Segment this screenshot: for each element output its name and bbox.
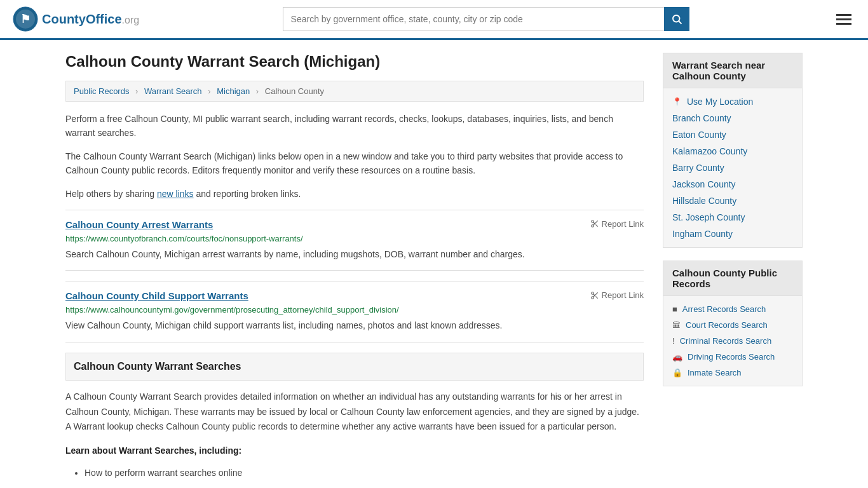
header: ⚑ CountyOffice.org (0, 0, 868, 40)
section-heading: Calhoun County Warrant Searches (74, 361, 635, 372)
nearby-county-link-7[interactable]: Ingham County (672, 229, 733, 239)
menu-bar-2 (836, 18, 851, 20)
menu-bar-1 (836, 14, 851, 16)
nearby-county-link-6[interactable]: St. Joseph County (672, 212, 745, 222)
report-link-0[interactable]: Report Link (590, 219, 644, 229)
record-header-0: Calhoun County Arrest Warrants Report Li… (65, 219, 644, 230)
intro-para-2: The Calhoun County Warrant Search (Michi… (65, 149, 644, 178)
nearby-county-4[interactable]: Jackson County (663, 176, 802, 193)
pub-record-1[interactable]: 🏛 Court Records Search (663, 317, 802, 333)
nearby-county-link-5[interactable]: Hillsdale County (672, 196, 736, 206)
nearby-county-6[interactable]: St. Joseph County (663, 209, 802, 226)
nearby-county-link-4[interactable]: Jackson County (672, 179, 736, 189)
new-links-link[interactable]: new links (157, 189, 194, 199)
nearby-county-3[interactable]: Barry County (663, 159, 802, 176)
nearby-county-2[interactable]: Kalamazoo County (663, 143, 802, 159)
court-records-link[interactable]: Court Records Search (686, 320, 768, 330)
criminal-records-link[interactable]: Criminal Records Search (680, 336, 772, 346)
inmate-search-link[interactable]: Inmate Search (688, 368, 742, 377)
criminal-records-icon: ! (672, 336, 675, 346)
intro-para-3: Help others by sharing new links and rep… (65, 187, 644, 201)
public-records-list: ■ Arrest Records Search 🏛 Court Records … (663, 296, 802, 386)
pub-record-2[interactable]: ! Criminal Records Search (663, 333, 802, 349)
svg-point-11 (591, 297, 593, 299)
use-location-item[interactable]: 📍 Use My Location (663, 93, 802, 110)
scissors-icon-1 (590, 291, 599, 300)
svg-point-3 (673, 15, 680, 22)
svg-text:⚑: ⚑ (20, 13, 31, 25)
section-body: A Calhoun County Warrant Search provides… (65, 390, 644, 435)
driving-records-icon: 🚗 (672, 352, 682, 362)
hamburger-menu-button[interactable] (832, 10, 855, 29)
logo-icon: ⚑ (13, 6, 38, 32)
scissors-icon-0 (590, 219, 599, 228)
record-url-0: https://www.countyofbranch.com/courts/fo… (65, 234, 644, 243)
svg-point-5 (591, 220, 593, 223)
public-records-title: Calhoun County Public Records (663, 261, 802, 296)
logo-text: CountyOffice.org (42, 12, 139, 27)
search-button[interactable] (664, 7, 689, 31)
nearby-county-0[interactable]: Branch County (663, 110, 802, 126)
record-desc-0: Search Calhoun County, Michigan arrest w… (65, 247, 644, 261)
page-title: Calhoun County Warrant Search (Michigan) (65, 53, 644, 71)
learn-heading: Learn about Warrant Searches, including: (65, 444, 644, 459)
breadcrumb-warrant-search[interactable]: Warrant Search (144, 86, 202, 96)
driving-records-link[interactable]: Driving Records Search (688, 352, 775, 362)
nearby-county-7[interactable]: Ingham County (663, 226, 802, 242)
main-container: Calhoun County Warrant Search (Michigan)… (53, 40, 815, 488)
svg-line-9 (593, 222, 594, 224)
content-area: Calhoun County Warrant Search (Michigan)… (65, 53, 644, 480)
svg-line-13 (595, 296, 597, 298)
use-location-link[interactable]: Use My Location (687, 97, 753, 107)
report-link-1[interactable]: Report Link (590, 290, 644, 300)
section-heading-box: Calhoun County Warrant Searches (65, 353, 644, 381)
svg-point-10 (591, 292, 593, 295)
pub-record-4[interactable]: 🔒 Inmate Search (663, 365, 802, 381)
nearby-box: Warrant Search near Calhoun County 📍 Use… (663, 53, 803, 248)
breadcrumb-michigan[interactable]: Michigan (217, 86, 250, 96)
arrest-records-link[interactable]: Arrest Records Search (682, 304, 766, 314)
breadcrumb-public-records[interactable]: Public Records (74, 86, 129, 96)
svg-line-14 (593, 294, 594, 295)
record-block-1: Calhoun County Child Support Warrants Re… (65, 281, 644, 342)
location-pin-icon: 📍 (672, 97, 682, 106)
record-url-1: https://www.calhouncountymi.gov/governme… (65, 305, 644, 315)
record-block-0: Calhoun County Arrest Warrants Report Li… (65, 210, 644, 271)
sidebar: Warrant Search near Calhoun County 📍 Use… (663, 53, 803, 480)
nearby-title: Warrant Search near Calhoun County (663, 53, 802, 88)
inmate-search-icon: 🔒 (672, 368, 682, 377)
record-title-0[interactable]: Calhoun County Arrest Warrants (65, 219, 213, 230)
public-records-box: Calhoun County Public Records ■ Arrest R… (663, 261, 803, 386)
breadcrumb-calhoun: Calhoun County (265, 86, 324, 96)
learn-bullet-0: How to perform warrant searches online (85, 468, 644, 478)
pub-record-0[interactable]: ■ Arrest Records Search (663, 301, 802, 317)
learn-bullets: How to perform warrant searches online (85, 468, 644, 478)
nearby-county-link-3[interactable]: Barry County (672, 163, 724, 173)
svg-point-6 (591, 225, 593, 227)
record-desc-1: View Calhoun County, Michigan child supp… (65, 318, 644, 332)
nearby-county-link-2[interactable]: Kalamazoo County (672, 146, 747, 156)
record-header-1: Calhoun County Child Support Warrants Re… (65, 290, 644, 301)
search-area (283, 7, 689, 31)
court-records-icon: 🏛 (672, 320, 681, 330)
pub-record-3[interactable]: 🚗 Driving Records Search (663, 349, 802, 365)
nearby-county-link-1[interactable]: Eaton County (672, 130, 726, 140)
nearby-list: 📍 Use My Location Branch County Eaton Co… (663, 88, 802, 247)
intro-para-1: Perform a free Calhoun County, MI public… (65, 112, 644, 140)
nearby-county-link-0[interactable]: Branch County (672, 113, 731, 123)
menu-bar-3 (836, 23, 851, 25)
search-icon (671, 13, 682, 25)
record-title-1[interactable]: Calhoun County Child Support Warrants (65, 290, 248, 301)
nearby-county-1[interactable]: Eaton County (663, 126, 802, 143)
search-input[interactable] (283, 7, 664, 31)
svg-line-8 (595, 225, 597, 227)
svg-line-4 (679, 21, 681, 24)
arrest-records-icon: ■ (672, 304, 677, 314)
breadcrumb: Public Records › Warrant Search › Michig… (65, 81, 644, 102)
logo-area: ⚑ CountyOffice.org (13, 6, 139, 32)
nearby-county-5[interactable]: Hillsdale County (663, 193, 802, 209)
